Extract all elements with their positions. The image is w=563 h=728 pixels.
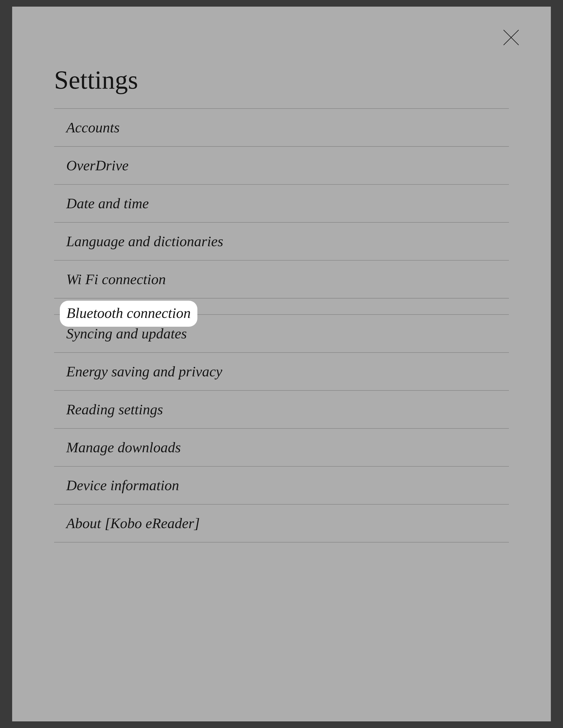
settings-item-label: Energy saving and privacy bbox=[66, 363, 222, 379]
settings-item-language[interactable]: Language and dictionaries bbox=[54, 223, 509, 261]
settings-item-label: Language and dictionaries bbox=[66, 233, 223, 249]
settings-item-label: Bluetooth connection bbox=[66, 305, 191, 321]
close-icon bbox=[501, 28, 521, 47]
settings-item-about[interactable]: About [Kobo eReader] bbox=[54, 505, 509, 542]
settings-item-label: Manage downloads bbox=[66, 439, 181, 455]
settings-item-device-info[interactable]: Device information bbox=[54, 467, 509, 505]
settings-item-accounts[interactable]: Accounts bbox=[54, 109, 509, 147]
settings-list: Accounts OverDrive Date and time Languag… bbox=[54, 108, 509, 542]
settings-item-label: Device information bbox=[66, 477, 179, 493]
settings-item-overdrive[interactable]: OverDrive bbox=[54, 147, 509, 185]
settings-item-label: Accounts bbox=[66, 119, 120, 135]
settings-item-wifi[interactable]: Wi Fi connection bbox=[54, 261, 509, 298]
settings-item-label: Wi Fi connection bbox=[66, 271, 166, 287]
settings-item-energy-privacy[interactable]: Energy saving and privacy bbox=[54, 353, 509, 391]
settings-modal: Settings Accounts OverDrive Date and tim… bbox=[12, 7, 551, 721]
settings-item-label: About [Kobo eReader] bbox=[66, 515, 200, 531]
close-button[interactable] bbox=[500, 26, 522, 49]
page-title: Settings bbox=[54, 7, 509, 108]
settings-item-date-time[interactable]: Date and time bbox=[54, 185, 509, 223]
settings-item-reading[interactable]: Reading settings bbox=[54, 391, 509, 429]
settings-item-label: OverDrive bbox=[66, 157, 128, 173]
settings-item-label: Reading settings bbox=[66, 401, 163, 417]
settings-item-label: Syncing and updates bbox=[66, 325, 187, 341]
settings-item-bluetooth[interactable]: Bluetooth connection bbox=[54, 298, 509, 315]
settings-item-label: Date and time bbox=[66, 195, 149, 211]
settings-item-downloads[interactable]: Manage downloads bbox=[54, 429, 509, 467]
